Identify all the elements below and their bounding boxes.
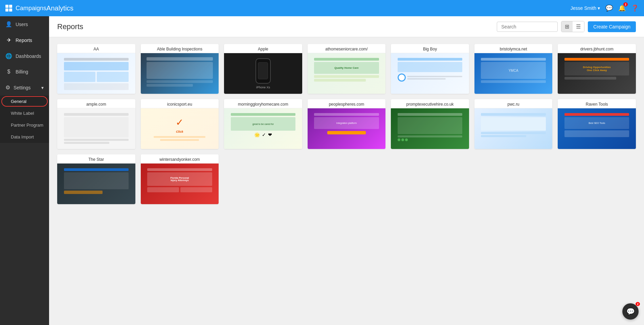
- campaign-title-prompt: promptexecutivehire.co.uk: [391, 99, 469, 108]
- campaign-card-raven[interactable]: Raven Tools Best SEO Tools: [558, 99, 636, 149]
- campaign-thumb-iconic: ✓ Click: [141, 108, 219, 149]
- chat-button[interactable]: 💬 2: [622, 303, 639, 320]
- chat-badge: 2: [636, 302, 640, 306]
- app-body: 👤 Users ✈ Reports 🌐 Dashboards $ Billing…: [0, 16, 644, 325]
- sidebar-label-billing: Billing: [16, 69, 28, 74]
- campaign-card-pwc[interactable]: pwc.ru: [474, 99, 553, 149]
- campaign-title-bigboy: Big Boy: [391, 44, 469, 53]
- dollar-icon: $: [5, 69, 12, 75]
- campaign-grid: AA Able Building Inspections: [49, 37, 644, 211]
- campaign-title-iconic: iconicsport.eu: [141, 99, 219, 108]
- campaign-thumb-aa: [57, 53, 135, 94]
- top-navigation: Campaigns Analytics Jesse Smith ▾ 💬 🔔 2 …: [0, 0, 644, 16]
- campaign-title-star: The Star: [57, 154, 135, 164]
- user-icon: 👤: [5, 21, 12, 27]
- campaign-thumb-able: [141, 53, 219, 94]
- campaign-card-bristol[interactable]: bristolymca.net YMCA: [474, 44, 553, 94]
- app-title: Analytics: [46, 4, 73, 12]
- campaign-card-drivers[interactable]: drivers.jbhunt.com Driving Opportunities…: [558, 44, 636, 94]
- page-title: Reports: [57, 22, 83, 31]
- sidebar-sub-item-partner-program[interactable]: Partner Program: [0, 119, 49, 131]
- sidebar-label-dashboards: Dashboards: [16, 53, 41, 59]
- sidebar-label-reports: Reports: [16, 38, 32, 43]
- campaign-thumb-bigboy: [391, 53, 469, 94]
- campaign-title-able: Able Building Inspections: [141, 44, 219, 53]
- app-logo[interactable]: Campaigns: [5, 5, 46, 12]
- sidebar-sub-item-white-label[interactable]: White Label: [0, 107, 49, 119]
- grid-view-button[interactable]: ⊞: [561, 21, 573, 32]
- campaign-card-prompt[interactable]: promptexecutivehire.co.uk: [391, 99, 469, 149]
- sidebar-item-users[interactable]: 👤 Users: [0, 16, 49, 32]
- campaign-title-raven: Raven Tools: [558, 99, 636, 108]
- sidebar-item-reports[interactable]: ✈ Reports: [0, 32, 49, 48]
- campaign-thumb-pwc: [474, 108, 553, 149]
- sidebar-item-billing[interactable]: $ Billing: [0, 64, 49, 80]
- chevron-down-icon: ▾: [598, 5, 600, 11]
- campaign-thumb-bristol: YMCA: [474, 53, 553, 94]
- campaign-thumb-raven: Best SEO Tools: [558, 108, 636, 149]
- create-campaign-button[interactable]: Create Campaign: [588, 21, 636, 32]
- bell-button[interactable]: 🔔 2: [618, 4, 626, 12]
- settings-chevron-icon: ▾: [41, 85, 44, 90]
- campaign-thumb-morning: great to be cared for 🌟 ✓ ❤: [224, 108, 302, 149]
- help-button[interactable]: ❓: [631, 4, 639, 12]
- sidebar-sub-item-general[interactable]: General: [0, 95, 49, 107]
- search-input[interactable]: [497, 22, 558, 32]
- chat-nav-button[interactable]: 💬: [605, 4, 613, 12]
- settings-submenu: General White Label Partner Program Data…: [0, 95, 49, 143]
- logo-campaigns-label: Campaigns: [16, 5, 46, 12]
- campaign-card-apple[interactable]: Apple iPhone Xs: [224, 44, 302, 94]
- campaign-title-athome: athomeseniorcare.com/: [308, 44, 386, 53]
- campaign-title-bristol: bristolymca.net: [474, 44, 553, 53]
- campaign-thumb-apple: iPhone Xs: [224, 53, 302, 94]
- sidebar-label-users: Users: [16, 22, 28, 27]
- header-actions: ⊞ ☰ Create Campaign: [497, 21, 636, 32]
- campaign-title-example: ample.com: [57, 99, 135, 108]
- campaign-card-able[interactable]: Able Building Inspections: [141, 44, 219, 94]
- view-toggle: ⊞ ☰: [561, 21, 584, 32]
- campaign-card-iconic[interactable]: iconicsport.eu ✓ Click: [141, 99, 219, 149]
- campaign-card-people[interactable]: peoplespheres.com Integration platform: [308, 99, 386, 149]
- campaign-card-aa[interactable]: AA: [57, 44, 135, 94]
- campaign-title-pwc: pwc.ru: [474, 99, 553, 108]
- sidebar: 👤 Users ✈ Reports 🌐 Dashboards $ Billing…: [0, 16, 49, 325]
- campaign-card-bigboy[interactable]: Big Boy: [391, 44, 469, 94]
- campaign-card-athome[interactable]: athomeseniorcare.com/ Quality Home Care: [308, 44, 386, 94]
- main-content: Reports ⊞ ☰ Create Campaign AA: [49, 16, 644, 325]
- campaign-title-morning: morninggloryhomecare.com: [224, 99, 302, 108]
- campaign-thumb-prompt: [391, 108, 469, 149]
- campaign-thumb-star: [57, 164, 135, 204]
- notification-badge: 2: [623, 2, 628, 6]
- paper-plane-icon: ✈: [5, 37, 12, 43]
- top-nav-right: Jesse Smith ▾ 💬 🔔 2 ❓: [571, 4, 639, 12]
- user-menu[interactable]: Jesse Smith ▾: [571, 5, 600, 11]
- campaign-thumb-people: Integration platform: [308, 108, 386, 149]
- sidebar-sub-item-data-import[interactable]: Data Import: [0, 131, 49, 143]
- campaign-card-winters[interactable]: wintersandyonker.com Florida PersonalInj…: [141, 154, 219, 204]
- list-view-button[interactable]: ☰: [573, 21, 584, 32]
- gear-icon: ⚙: [5, 84, 10, 91]
- sidebar-item-dashboards[interactable]: 🌐 Dashboards: [0, 48, 49, 64]
- campaign-card-star[interactable]: The Star: [57, 154, 135, 204]
- campaign-title-winters: wintersandyonker.com: [141, 154, 219, 164]
- campaign-thumb-winters: Florida PersonalInjury Attorneys: [141, 164, 219, 204]
- campaign-card-morning[interactable]: morninggloryhomecare.com great to be car…: [224, 99, 302, 149]
- user-name-label: Jesse Smith: [571, 5, 596, 11]
- sidebar-label-settings: Settings: [14, 85, 31, 90]
- sidebar-item-settings[interactable]: ⚙ Settings ▾: [0, 80, 49, 95]
- campaign-title-aa: AA: [57, 44, 135, 53]
- globe-icon: 🌐: [5, 53, 12, 59]
- campaign-title-apple: Apple: [224, 44, 302, 53]
- grid-icon: [5, 5, 12, 12]
- campaign-card-example[interactable]: ample.com: [57, 99, 135, 149]
- campaign-thumb-example: [57, 108, 135, 149]
- campaign-thumb-athome: Quality Home Care: [308, 53, 386, 94]
- campaign-title-drivers: drivers.jbhunt.com: [558, 44, 636, 53]
- campaign-title-people: peoplespheres.com: [308, 99, 386, 108]
- content-header: Reports ⊞ ☰ Create Campaign: [49, 16, 644, 37]
- campaign-thumb-drivers: Driving OpportunitiesOne Click Away: [558, 53, 636, 94]
